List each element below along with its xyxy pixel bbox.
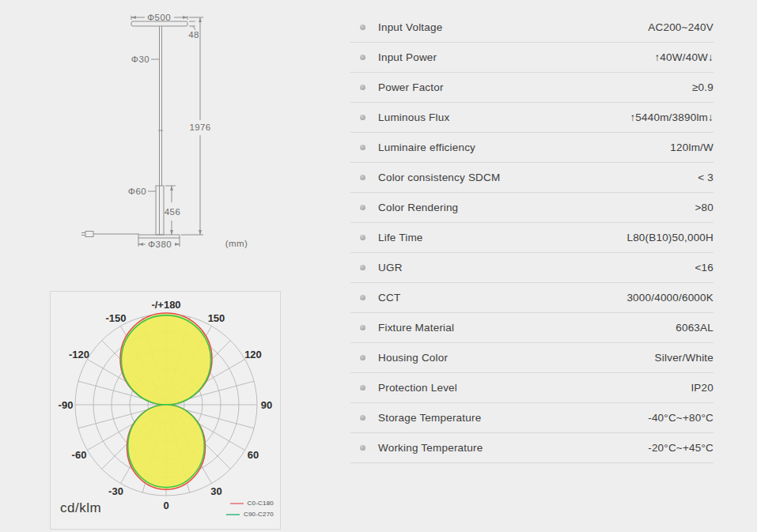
lamp-base	[138, 235, 180, 238]
legend-item: C90-C270	[226, 511, 274, 518]
chart-units-label: cd/klm	[60, 500, 101, 516]
dim-body-diameter: Φ60	[128, 187, 156, 196]
table-row: Working Temperature-20°C~+45°C	[350, 433, 713, 463]
table-row: CCT3000/4000/6000K	[350, 283, 713, 313]
angle-label: 60	[248, 449, 259, 461]
spec-value: ↑40W/40W↓	[654, 51, 713, 63]
table-row: Storage Temperature-40°C~+80°C	[350, 403, 713, 433]
bullet-icon	[360, 25, 365, 30]
dim-label-body-diameter: Φ60	[128, 187, 146, 196]
table-row: Fixture Material6063AL	[350, 313, 713, 343]
dim-label-base-diameter: Φ380	[148, 240, 172, 249]
spec-value: 6063AL	[676, 322, 713, 334]
spec-value: 120lm/W	[670, 141, 713, 153]
table-row: Life TimeL80(B10)50,000H	[350, 223, 713, 253]
dim-base-diameter: Φ380	[138, 238, 180, 249]
legend-line-icon	[230, 503, 244, 504]
dim-total-height: 1976	[181, 17, 211, 235]
bullet-icon	[360, 235, 365, 240]
spec-value: 3000/4000/6000K	[626, 292, 713, 304]
dim-label-pole-diameter: Φ30	[131, 55, 150, 64]
angle-label: -150	[105, 312, 126, 324]
table-row: UGR<16	[350, 253, 713, 283]
spec-label: Luminaire efficiency	[378, 141, 670, 153]
spec-label: Storage Temperature	[378, 412, 648, 424]
spec-label: Working Temperature	[378, 442, 648, 454]
dim-head-diameter: Φ500	[131, 13, 187, 22]
polar-lobes	[120, 313, 212, 489]
legend-label: C0-C180	[248, 500, 274, 507]
spec-value: IP20	[691, 382, 713, 394]
spec-table: Input VoltageAC200~240VInput Power↑40W/4…	[350, 13, 713, 463]
angle-label: -30	[108, 485, 123, 497]
legend-line-icon	[226, 514, 240, 515]
bullet-icon	[360, 295, 365, 300]
table-row: Protection LevelIP20	[350, 373, 713, 403]
bullet-icon	[360, 85, 365, 90]
plug-icon	[81, 232, 93, 237]
spec-value: -20°C~+45°C	[648, 442, 713, 454]
spec-value: -40°C~+80°C	[648, 412, 713, 424]
chart-legend: C0-C180C90-C270	[226, 496, 274, 518]
bullet-icon	[360, 55, 365, 60]
spec-value: <16	[695, 262, 714, 274]
spec-label: Fixture Material	[378, 322, 676, 334]
bullet-icon	[360, 115, 365, 120]
spec-label: Power Factor	[378, 81, 692, 93]
dim-label-body-height: 456	[165, 207, 180, 217]
spec-label: Input Power	[378, 51, 654, 63]
dim-label-head-diameter: Φ500	[147, 13, 171, 22]
table-row: Color Rendering>80	[350, 193, 713, 223]
dim-pole-diameter: Φ30	[131, 55, 159, 64]
bullet-icon	[360, 445, 365, 451]
spec-label: Life Time	[378, 232, 626, 243]
bullet-icon	[360, 205, 365, 210]
dimension-drawing: Φ500 48 Φ30 1976 Φ60 456	[0, 0, 316, 273]
spec-value: Silver/White	[655, 352, 713, 364]
spec-label: Color Rendering	[378, 202, 695, 213]
angle-label: -120	[69, 349, 89, 360]
spec-value: ≥0.9	[692, 81, 713, 93]
table-row: Input VoltageAC200~240V	[350, 13, 713, 43]
angle-label: -90	[59, 399, 74, 411]
table-row: Color consistency SDCM< 3	[350, 163, 713, 193]
spec-value: AC200~240V	[648, 21, 713, 33]
spec-value: >80	[695, 202, 714, 213]
angle-label: 90	[261, 399, 272, 411]
bullet-icon	[360, 265, 365, 270]
bullet-icon	[360, 325, 365, 330]
spec-value: L80(B10)50,000H	[626, 232, 713, 243]
table-row: Housing ColorSilver/White	[350, 343, 713, 373]
legend-item: C0-C180	[226, 500, 274, 507]
table-row: Luminous Flux↑5440m/3890lm↓	[350, 103, 713, 133]
lower-lobe-C90-C270	[128, 405, 205, 488]
dim-body-height: 456	[165, 186, 180, 235]
bullet-icon	[360, 385, 365, 391]
upper-lobe-C90-C270	[121, 315, 210, 405]
spec-label: Housing Color	[378, 352, 655, 364]
angle-label: -60	[72, 449, 87, 461]
legend-label: C90-C270	[244, 511, 274, 518]
table-row: Luminaire efficiency120lm/W	[350, 133, 713, 163]
spec-label: UGR	[378, 262, 695, 274]
bullet-icon	[360, 175, 365, 180]
dim-label-head-thickness: 48	[188, 30, 199, 40]
spec-label: Color consistency SDCM	[378, 172, 698, 183]
photometric-chart-panel: 0306090120150-30-60-90-120-150-/+180 cd/…	[50, 291, 281, 530]
spec-label: Input Voltage	[378, 21, 648, 33]
bullet-icon	[360, 145, 365, 150]
dim-head-thickness: 48	[188, 21, 199, 40]
dim-label-total-height: 1976	[189, 123, 210, 132]
photometric-polar-chart: 0306090120150-30-60-90-120-150-/+180	[51, 292, 280, 529]
angle-label: 150	[208, 312, 225, 324]
angle-label: 120	[244, 349, 262, 360]
drawing-units-label: (mm)	[225, 239, 248, 248]
spec-value: < 3	[698, 172, 713, 183]
bullet-icon	[360, 355, 365, 360]
spec-label: CCT	[378, 292, 626, 304]
angle-label: 30	[210, 485, 221, 497]
spec-value: ↑5440m/3890lm↓	[630, 111, 713, 123]
table-row: Power Factor≥0.9	[350, 73, 713, 103]
table-row: Input Power↑40W/40W↓	[350, 43, 713, 73]
spec-label: Protection Level	[378, 382, 691, 394]
